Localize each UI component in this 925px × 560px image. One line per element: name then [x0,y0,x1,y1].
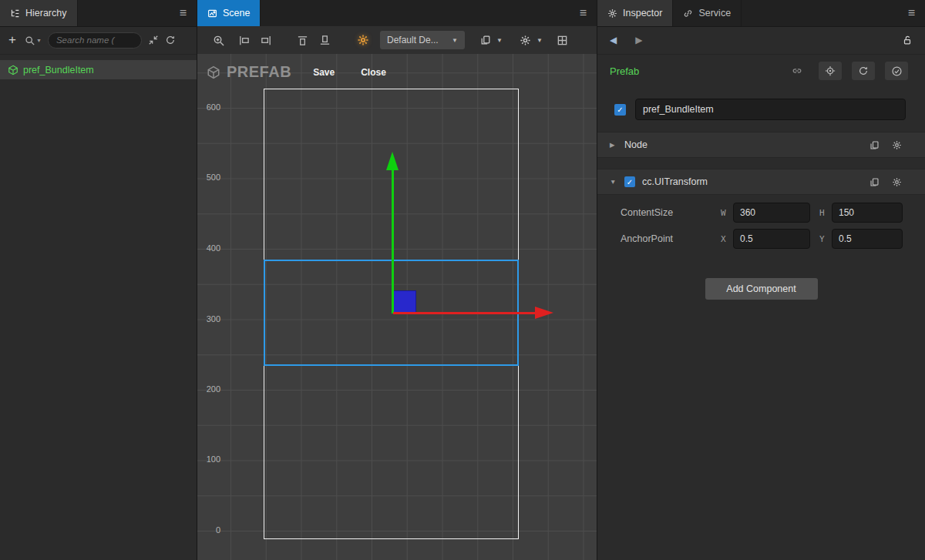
prefab-edit-bar: PREFAB Save Close [207,63,386,81]
gizmo-x-axis-arrow[interactable] [393,312,535,314]
create-node-button[interactable]: + [6,32,18,48]
anchor-point-y-input[interactable] [832,229,903,249]
unlock-icon[interactable] [902,35,913,45]
align-bottom-edge-icon[interactable] [319,35,331,46]
design-resolution-dropdown[interactable]: Default De... ▼ [380,31,465,49]
node-section-header[interactable]: ▶ Node [597,132,925,158]
tab-scene[interactable]: Scene [197,0,261,26]
revert-prefab-icon[interactable] [852,62,875,80]
locate-prefab-icon[interactable] [819,62,842,80]
expand-closed-icon[interactable]: ▶ [610,141,617,149]
scene-tabstrip: Scene ≡ [197,0,597,27]
docs-icon[interactable] [870,177,880,187]
align-right-edge-icon[interactable] [261,35,272,46]
caret-down-icon: ▼ [536,37,543,44]
gizmo-y-axis-arrowhead[interactable] [386,152,399,170]
search-input[interactable] [48,32,142,49]
prefab-asset-label: Prefab [610,65,639,77]
prefab-cube-icon [207,65,220,79]
editor-window: Hierarchy ≡ + ▼ [0,0,925,560]
history-forward-icon[interactable]: ▶ [635,35,642,45]
scene-toolbar: Default De... ▼ ▼ ▼ [197,26,597,55]
hierarchy-panel: Hierarchy ≡ + ▼ [0,0,197,560]
tab-service[interactable]: Service [673,0,742,26]
history-back-icon[interactable]: ◀ [610,35,617,45]
anchor-point-label: AnchorPoint [621,233,721,244]
gear-icon[interactable] [892,140,902,150]
apply-prefab-icon[interactable] [885,62,908,80]
zoom-icon[interactable] [213,35,224,46]
hierarchy-tabstrip: Hierarchy ≡ [0,0,197,27]
unlink-prefab-icon[interactable] [785,62,809,80]
caret-down-icon: ▼ [36,38,42,43]
grid-view-icon[interactable] [557,35,568,46]
hierarchy-menu-icon[interactable]: ≡ [170,6,197,20]
prefab-mode-title: PREFAB [227,63,291,81]
height-key-label: H [819,208,829,218]
tab-hierarchy-label: Hierarchy [25,8,67,18]
gizmo-anchor-handle[interactable] [393,290,416,314]
expand-open-icon[interactable]: ▼ [610,178,617,186]
ruler-label-500: 500 [199,173,220,182]
anchor-point-x-input[interactable] [733,229,810,249]
x-key-label: X [721,234,730,244]
node-section-actions [870,140,913,150]
tab-scene-label: Scene [223,8,250,18]
inspector-menu-icon[interactable]: ≡ [898,6,925,20]
gizmo-y-axis-arrow[interactable] [392,170,394,314]
gizmo-settings-gear-icon[interactable] [357,34,369,46]
scene-menu-icon[interactable]: ≡ [570,6,597,20]
inspector-nav-row: ◀ ▶ [597,26,925,55]
hierarchy-tree: pref_BundleItem [0,60,197,79]
refresh-icon[interactable] [165,35,176,45]
prefab-close-button[interactable]: Close [361,67,386,78]
gear-icon[interactable] [892,177,902,187]
tab-hierarchy[interactable]: Hierarchy [0,0,78,26]
layers-icon [480,35,491,45]
content-size-label: ContentSize [621,207,721,218]
add-component-wrap: Add Component [597,278,925,300]
scene-viewport[interactable]: 600 500 400 300 200 100 0 PREFAB Save Cl… [197,54,597,560]
gear-icon [520,35,531,46]
node-section-title: Node [624,139,648,150]
ruler-label-100: 100 [199,454,220,464]
node-name-row: ✓ [614,98,906,121]
prefab-asset-row: Prefab [597,55,925,87]
design-resolution-value: Default De... [387,35,439,45]
caret-down-icon: ▼ [496,37,503,44]
check-icon: ✓ [627,178,633,186]
docs-icon[interactable] [870,140,880,150]
collapse-all-icon[interactable] [148,35,159,45]
content-size-row: ContentSize W H [597,203,925,223]
uitransform-section-actions [870,177,913,187]
tab-inspector[interactable]: Inspector [597,0,673,26]
align-top-edge-icon[interactable] [297,35,308,46]
inspector-body: ◀ ▶ Prefab [597,26,925,300]
node-name-input[interactable] [635,99,906,120]
content-size-height-input[interactable] [832,203,903,223]
scene-settings-dropdown[interactable]: ▼ [516,31,546,49]
align-left-edge-icon[interactable] [238,35,250,46]
tree-item-label: pref_BundleItem [23,65,94,75]
caret-down-icon: ▼ [452,37,458,44]
ruler-label-0: 0 [199,525,220,535]
uitransform-section-header[interactable]: ▼ ✓ cc.UITransform [597,169,925,195]
component-enabled-checkbox[interactable]: ✓ [624,176,635,187]
prefab-save-button[interactable]: Save [313,67,335,78]
content-size-width-input[interactable] [733,203,810,223]
ruler-label-600: 600 [199,102,220,112]
scene-image-icon [207,8,217,18]
ruler-label-400: 400 [199,243,220,253]
width-key-label: W [721,208,730,218]
add-component-button[interactable]: Add Component [705,278,818,300]
hierarchy-tree-icon [10,8,20,18]
y-key-label: Y [819,234,829,244]
node-active-checkbox[interactable]: ✓ [614,104,626,116]
tree-item-prefab-root[interactable]: pref_BundleItem [0,60,197,79]
hierarchy-toolbar: + ▼ [0,26,197,55]
search-filter-button[interactable]: ▼ [25,35,42,45]
tab-service-label: Service [698,8,731,18]
gizmo-x-axis-arrowhead[interactable] [535,307,553,319]
prefab-cube-icon [8,65,18,75]
view-mode-dropdown[interactable]: ▼ [477,31,506,49]
